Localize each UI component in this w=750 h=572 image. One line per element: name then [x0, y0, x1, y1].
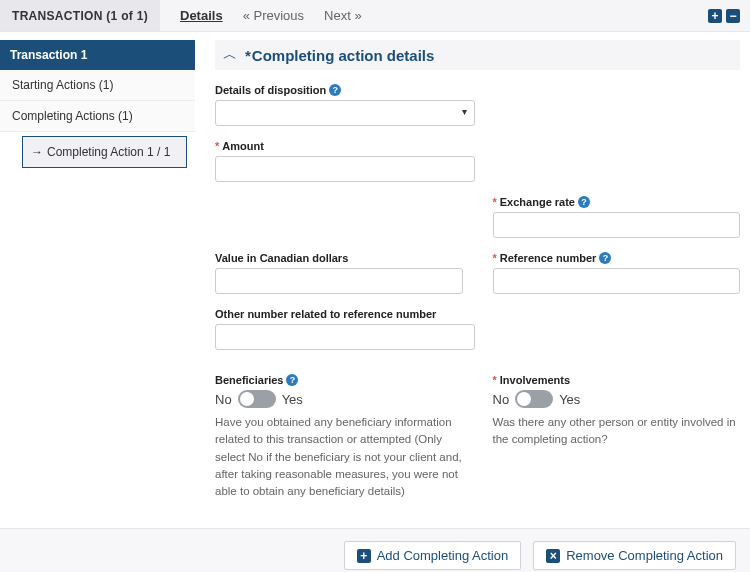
beneficiaries-yes: Yes	[282, 392, 303, 407]
label-disposition: Details of disposition ?	[215, 84, 475, 96]
involvements-toggle[interactable]	[515, 390, 553, 408]
arrow-right-icon: →	[31, 145, 43, 159]
x-icon: ×	[546, 549, 560, 563]
transaction-counter: TRANSACTION (1 of 1)	[0, 0, 160, 31]
label-other-number: Other number related to reference number	[215, 308, 475, 320]
footer-actions: + Add Completing Action × Remove Complet…	[0, 528, 750, 572]
help-icon[interactable]: ?	[599, 252, 611, 264]
next-label: Next	[324, 8, 351, 23]
involvements-no: No	[493, 392, 510, 407]
sidebar-item-completing-action-1[interactable]: → Completing Action 1 / 1	[22, 136, 187, 168]
next-button[interactable]: Next »	[324, 8, 362, 23]
label-involvements: *Involvements	[493, 374, 741, 386]
sidebar-item-completing-actions[interactable]: Completing Actions (1)	[0, 101, 195, 132]
collapse-all-icon[interactable]: −	[726, 9, 740, 23]
label-beneficiaries: Beneficiaries ?	[215, 374, 463, 386]
section-header: ︿ *Completing action details	[215, 40, 740, 70]
sidebar-item-starting-actions[interactable]: Starting Actions (1)	[0, 70, 195, 101]
add-completing-action-button[interactable]: + Add Completing Action	[344, 541, 522, 570]
prev-label: Previous	[253, 8, 304, 23]
add-btn-label: Add Completing Action	[377, 548, 509, 563]
reference-number-input[interactable]	[493, 268, 741, 294]
sidebar: Transaction 1 Starting Actions (1) Compl…	[0, 32, 195, 528]
expand-all-icon[interactable]: +	[708, 9, 722, 23]
topbar-tabs: Details « Previous Next »	[180, 8, 708, 23]
involvements-yes: Yes	[559, 392, 580, 407]
help-icon[interactable]: ?	[578, 196, 590, 208]
amount-input[interactable]	[215, 156, 475, 182]
expand-collapse-group: + −	[708, 9, 740, 23]
help-icon[interactable]: ?	[286, 374, 298, 386]
beneficiaries-helper: Have you obtained any beneficiary inform…	[215, 414, 463, 500]
chevron-up-icon[interactable]: ︿	[223, 46, 237, 64]
help-icon[interactable]: ?	[329, 84, 341, 96]
remove-btn-label: Remove Completing Action	[566, 548, 723, 563]
other-number-input[interactable]	[215, 324, 475, 350]
sidebar-heading-transaction[interactable]: Transaction 1	[0, 40, 195, 70]
topbar: TRANSACTION (1 of 1) Details « Previous …	[0, 0, 750, 32]
disposition-select[interactable]	[215, 100, 475, 126]
label-amount: *Amount	[215, 140, 475, 152]
main-panel: ︿ *Completing action details Details of …	[195, 32, 750, 528]
involvements-helper: Was there any other person or entity inv…	[493, 414, 741, 449]
value-cad-input[interactable]	[215, 268, 463, 294]
label-exchange-rate: *Exchange rate ?	[493, 196, 741, 208]
label-reference-number: *Reference number ?	[493, 252, 741, 264]
prev-button[interactable]: « Previous	[243, 8, 304, 23]
plus-icon: +	[357, 549, 371, 563]
section-title: *Completing action details	[245, 47, 434, 64]
exchange-rate-input[interactable]	[493, 212, 741, 238]
remove-completing-action-button[interactable]: × Remove Completing Action	[533, 541, 736, 570]
sidebar-sub-label: Completing Action 1 / 1	[47, 145, 170, 159]
label-value-cad: Value in Canadian dollars	[215, 252, 463, 264]
tab-details[interactable]: Details	[180, 8, 223, 23]
beneficiaries-toggle[interactable]	[238, 390, 276, 408]
beneficiaries-no: No	[215, 392, 232, 407]
